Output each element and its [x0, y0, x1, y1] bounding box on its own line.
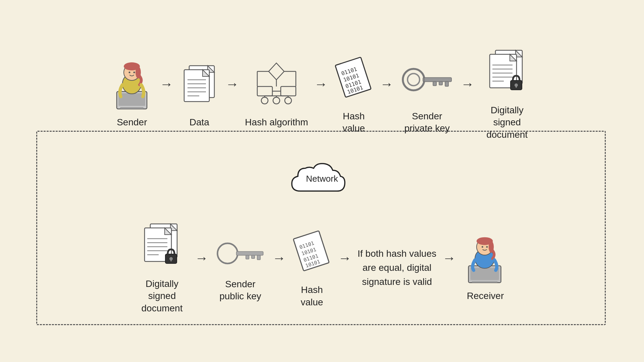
hash-value-top-node: 01101 10101 01101 10101 Hashvalue	[334, 54, 374, 135]
digitally-signed-top-icon	[480, 48, 534, 100]
arrow-5: →	[461, 76, 474, 92]
sender-public-key-icon	[214, 233, 266, 274]
sender-icon	[110, 60, 154, 112]
svg-rect-76	[246, 255, 249, 259]
svg-rect-1	[118, 93, 145, 106]
arrow-8: →	[338, 250, 352, 266]
svg-point-73	[224, 250, 231, 256]
digitally-signed-bottom-icon	[135, 221, 189, 273]
arrow-3: →	[314, 76, 328, 92]
svg-point-29	[285, 97, 291, 104]
arrow-6: →	[195, 250, 208, 266]
data-node: Data	[179, 60, 219, 128]
svg-rect-77	[252, 255, 255, 258]
hash-value-top-label: Hashvalue	[342, 110, 365, 135]
arrow-4: →	[380, 76, 393, 92]
svg-text:Network: Network	[306, 174, 338, 184]
svg-rect-2	[120, 107, 144, 109]
svg-marker-18	[269, 63, 284, 80]
hash-algorithm-node: Hash algorithm	[245, 60, 308, 128]
validation-node: If both hash valuesare equal, digitalsig…	[358, 247, 436, 289]
hash-value-bottom-icon: 01101 10101 01101 10101	[292, 227, 332, 279]
sender-public-key-label: Senderpublic key	[219, 278, 261, 303]
sender-public-key-node: Senderpublic key	[214, 233, 266, 303]
svg-point-28	[273, 97, 280, 104]
bottom-row: Digitallysigneddocument → Senderpublic k…	[135, 221, 509, 314]
svg-rect-41	[423, 78, 451, 82]
sender-private-key-node: Senderprivate key	[399, 54, 455, 135]
svg-rect-75	[236, 251, 263, 255]
receiver-icon	[462, 233, 509, 285]
digitally-signed-bottom-node: Digitallysigneddocument	[135, 221, 189, 314]
hash-algorithm-icon	[252, 60, 301, 112]
svg-point-27	[261, 97, 268, 104]
sender-private-key-icon	[399, 54, 455, 106]
cloud-container: Network	[275, 161, 369, 201]
arrow-2: →	[225, 76, 239, 92]
svg-point-92	[486, 246, 488, 248]
receiver-label: Receiver	[467, 290, 504, 302]
svg-rect-20	[257, 86, 272, 96]
svg-rect-21	[281, 86, 296, 96]
sender-label: Sender	[117, 116, 147, 128]
digitally-signed-bottom-label: Digitallysigneddocument	[141, 278, 182, 314]
svg-point-45	[410, 76, 417, 83]
top-row: Sender →	[110, 48, 534, 141]
validation-label: If both hash valuesare equal, digitalsig…	[358, 247, 436, 289]
digitally-signed-top-label: Digitallysigneddocument	[486, 104, 528, 141]
svg-rect-78	[257, 255, 260, 259]
svg-rect-43	[439, 82, 442, 85]
svg-rect-44	[445, 82, 448, 86]
svg-rect-42	[433, 82, 436, 86]
sender-private-key-label: Senderprivate key	[404, 110, 449, 135]
svg-rect-86	[472, 282, 498, 283]
arrow-1: →	[160, 76, 173, 92]
data-icon	[179, 60, 219, 112]
arrow-7: →	[272, 250, 286, 266]
hash-value-bottom-node: 01101 10101 01101 10101 Hashvalue	[292, 227, 332, 308]
diagram: Sender →	[0, 0, 644, 362]
hash-algorithm-label: Hash algorithm	[245, 116, 308, 128]
hash-value-bottom-label: Hashvalue	[301, 284, 323, 308]
svg-rect-71	[170, 259, 172, 261]
svg-point-7	[129, 72, 130, 73]
svg-rect-58	[516, 85, 517, 88]
hash-value-top-icon: 01101 10101 01101 10101	[334, 54, 374, 106]
digitally-signed-top-node: Digitallysigneddocument	[480, 48, 534, 141]
svg-point-8	[133, 72, 135, 73]
arrow-9: →	[442, 250, 456, 266]
sender-node: Sender	[110, 60, 154, 128]
receiver-node: Receiver	[462, 233, 509, 302]
data-label: Data	[190, 116, 209, 128]
svg-point-91	[482, 246, 483, 248]
